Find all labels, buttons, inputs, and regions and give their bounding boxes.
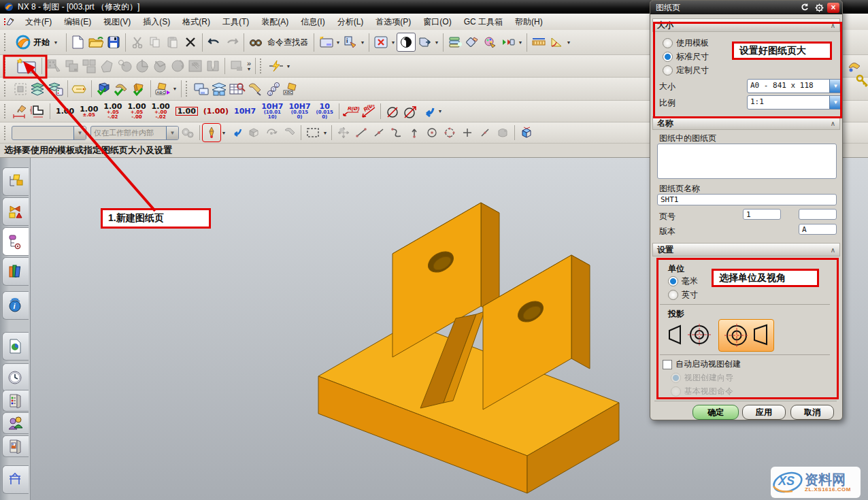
dialog-titlebar[interactable]: 图纸页 × xyxy=(650,1,842,14)
snap-point-toggle-icon[interactable] xyxy=(203,124,220,141)
new-file-icon[interactable] xyxy=(69,33,87,51)
web-browser-tab[interactable]: i xyxy=(2,291,29,320)
radio-icon[interactable] xyxy=(663,65,673,76)
paste-icon[interactable] xyxy=(164,33,182,51)
clipped-key-icon[interactable] xyxy=(854,72,868,90)
revolved-section-icon[interactable] xyxy=(151,57,169,75)
view-creation-wizard-icon[interactable] xyxy=(45,57,63,75)
revision-input[interactable]: A xyxy=(799,224,837,235)
radio-icon[interactable] xyxy=(663,38,673,48)
copy-icon[interactable] xyxy=(146,33,164,51)
collapse-icon[interactable]: ∧ xyxy=(831,120,835,127)
display-info-icon[interactable]: i xyxy=(341,33,359,51)
dimension-brush-icon[interactable] xyxy=(12,103,29,120)
part-navigator-tab[interactable] xyxy=(2,227,29,256)
snap-quadrant-icon[interactable] xyxy=(441,124,458,141)
new-sheet-icon[interactable] xyxy=(317,33,335,51)
snap-existing-point-icon[interactable] xyxy=(458,124,476,141)
menu-window[interactable]: 窗口(O) xyxy=(417,14,457,30)
cut-icon[interactable] xyxy=(129,33,146,51)
start-button[interactable]: 开始▼ xyxy=(12,33,63,51)
toolbar-options[interactable]: »▼ xyxy=(246,61,252,71)
export-icon[interactable] xyxy=(416,33,433,51)
bench-tab[interactable] xyxy=(2,465,29,494)
dim-style-tol2[interactable]: 1.00+.05-.00 xyxy=(127,103,146,120)
toolbar-grip[interactable] xyxy=(4,33,9,50)
gear-icon[interactable] xyxy=(813,3,825,13)
dim-style-tol3[interactable]: 1.00+.00-.02 xyxy=(152,103,170,120)
radio-standard-size[interactable]: 标准尺寸 xyxy=(663,51,709,63)
view-list-icon[interactable] xyxy=(211,80,229,98)
roles-tab[interactable] xyxy=(2,412,29,434)
menu-insert[interactable]: 插入(S) xyxy=(137,14,176,30)
palettes-tab[interactable] xyxy=(2,435,29,457)
dim-style-basic[interactable]: 1.00 xyxy=(176,107,198,116)
radio-custom-size[interactable]: 定制尺寸 xyxy=(663,65,709,76)
profile-bounds-icon[interactable]: I xyxy=(29,103,47,120)
delete-icon[interactable] xyxy=(182,33,199,51)
menu-analysis[interactable]: 分析(L) xyxy=(331,14,370,30)
command-finder-label[interactable]: 命令查找器 xyxy=(267,37,308,48)
menu-assemblies[interactable]: 装配(A) xyxy=(255,14,295,30)
constraint-navigator-tab[interactable] xyxy=(2,197,29,226)
undo-icon[interactable] xyxy=(205,33,223,51)
dim-style-reference[interactable]: (1.00) xyxy=(203,107,229,115)
sequence-list-icon[interactable]: 123 xyxy=(264,80,282,98)
radio-use-template[interactable]: 使用模板 xyxy=(663,37,709,49)
cancel-button[interactable]: 取消 xyxy=(790,405,834,420)
snap-center-icon[interactable] xyxy=(423,124,441,141)
snap-move-icon[interactable] xyxy=(335,124,352,141)
dim-style-fit[interactable]: 10H7 xyxy=(234,107,256,115)
dim-style-plusminus[interactable]: 1.00±.05 xyxy=(80,105,98,118)
radio-icon[interactable] xyxy=(668,276,678,286)
radio-inches[interactable]: 英寸 xyxy=(668,289,698,301)
breakout-section-icon[interactable] xyxy=(186,57,204,75)
end-point-icon[interactable] xyxy=(245,124,263,141)
half-section-view-icon[interactable] xyxy=(133,57,151,75)
measure-distance-icon[interactable] xyxy=(530,33,548,51)
sheet-name-input[interactable]: SHT1 xyxy=(657,194,837,205)
toolbar-grip[interactable] xyxy=(4,126,9,140)
size-combo[interactable]: A0 - 841 x 118▼ xyxy=(747,79,842,93)
radio-millimeters[interactable]: 毫米 xyxy=(668,276,698,287)
menu-edit[interactable]: 编辑(E) xyxy=(58,14,97,30)
abc-annotation-icon[interactable]: ABC xyxy=(154,80,171,98)
section-view-icon[interactable] xyxy=(116,57,133,75)
rectangle-select-icon[interactable] xyxy=(304,124,322,141)
open-file-icon[interactable] xyxy=(87,33,105,51)
selection-scope-combo[interactable]: 仅在工作部件内部▼ xyxy=(90,126,179,140)
hd3d-tool-tab[interactable] xyxy=(2,332,29,361)
snap-midpoint-icon[interactable] xyxy=(370,124,388,141)
broken-view-icon[interactable] xyxy=(204,57,222,75)
command-finder-icon[interactable] xyxy=(247,33,265,51)
size-section-header[interactable]: 大小∧ xyxy=(652,18,840,32)
return-icon[interactable] xyxy=(419,103,437,120)
menu-information[interactable]: 信息(I) xyxy=(295,14,331,30)
annotation-note-icon[interactable] xyxy=(71,80,88,98)
first-angle-projection-button[interactable] xyxy=(664,320,717,349)
snap-curve-icon[interactable] xyxy=(388,124,405,141)
close-icon[interactable]: × xyxy=(827,3,839,13)
window-display-icon[interactable] xyxy=(372,33,390,51)
menu-format[interactable]: 格式(R) xyxy=(176,14,216,30)
menu-preferences[interactable]: 首选项(P) xyxy=(369,14,417,30)
tool-hammer-icon[interactable] xyxy=(280,124,298,141)
page-number-secondary-input[interactable] xyxy=(799,209,837,220)
menu-tools[interactable]: 工具(T) xyxy=(216,14,255,30)
history-tab[interactable] xyxy=(2,363,29,392)
update-views-icon[interactable] xyxy=(228,57,246,75)
base-view-icon[interactable] xyxy=(63,57,80,75)
menu-gc-toolbox[interactable]: GC 工具箱 xyxy=(458,14,509,30)
dim-style-nominal[interactable]: 1.00 xyxy=(56,107,74,115)
reuse-library-tab[interactable] xyxy=(2,257,29,286)
abc-box-icon[interactable]: ABC xyxy=(282,80,299,98)
name-section-header[interactable]: 名称∧ xyxy=(652,116,840,130)
app-menu-icon[interactable] xyxy=(0,17,19,27)
checkbox-icon[interactable] xyxy=(663,360,672,369)
dim-style-limits[interactable]: 10(0.0150) xyxy=(316,103,333,120)
check-solid-icon[interactable] xyxy=(95,80,112,98)
shaded-display-icon[interactable] xyxy=(397,33,416,52)
detail-view-icon[interactable] xyxy=(98,57,116,75)
toolbar-grip[interactable] xyxy=(4,104,9,119)
sheet-layout-icon[interactable] xyxy=(193,80,211,98)
